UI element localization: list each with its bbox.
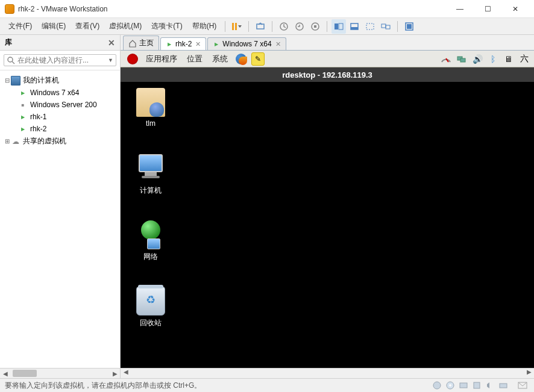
sidebar-title: 库 — [5, 37, 12, 48]
svg-rect-24 — [500, 384, 507, 388]
app-icon — [5, 4, 14, 14]
window-title: rhk-2 - VMware Workstation — [18, 5, 446, 13]
tab-close-icon[interactable]: ✕ — [195, 40, 201, 48]
tab-home[interactable]: 主页 — [123, 36, 159, 50]
menu-help[interactable]: 帮助(H) — [187, 19, 222, 34]
tree-root-label: 我的计算机 — [23, 75, 59, 86]
sidebar-close-button[interactable]: ✕ — [108, 38, 115, 48]
network-tray-icon[interactable] — [456, 53, 468, 65]
svg-rect-23 — [474, 382, 480, 388]
status-msg-icon[interactable] — [517, 381, 528, 390]
search-box[interactable]: ▼ — [4, 54, 116, 66]
tab-close-icon[interactable]: ✕ — [275, 40, 281, 48]
tree-vm-winserver[interactable]: Windows Server 200 — [1, 99, 119, 111]
search-input[interactable] — [17, 56, 108, 64]
svg-rect-6 — [339, 23, 343, 30]
gnome-places[interactable]: 位置 — [182, 52, 207, 66]
tree-shared[interactable]: ⊞☁ 共享的虚拟机 — [1, 135, 119, 148]
tree-vm-win7[interactable]: Windows 7 x64 — [1, 87, 119, 99]
gnome-applications[interactable]: 应用程序 — [141, 52, 182, 66]
tree-my-computer[interactable]: ⊟ 我的计算机 — [1, 74, 119, 87]
rdesktop-titlebar[interactable]: rdesktop - 192.168.119.3 — [121, 67, 534, 82]
status-bar: 要将输入定向到该虚拟机，请在虚拟机内部单击或按 Ctrl+G。 — [0, 378, 534, 392]
svg-rect-8 — [351, 27, 358, 30]
pause-button[interactable] — [230, 19, 244, 34]
svg-rect-18 — [460, 58, 465, 62]
view-multimon-button[interactable] — [379, 19, 393, 34]
send-ctrlaltdel-button[interactable] — [253, 19, 268, 34]
tree-vm-rhk1[interactable]: rhk-1 — [1, 111, 119, 123]
menu-tabs[interactable]: 选项卡(T) — [146, 19, 187, 34]
view-console-button[interactable] — [347, 19, 362, 34]
desktop-icon-network[interactable]: 网络 — [127, 220, 175, 262]
notes-icon[interactable]: ✎ — [251, 52, 265, 66]
snapshot-mgr-button[interactable] — [308, 19, 322, 34]
status-disk-icon[interactable] — [432, 381, 442, 390]
tab-bar: 主页 rhk-2 ✕ Windows 7 x64 ✕ — [121, 35, 534, 51]
minimize-button[interactable]: — — [446, 0, 474, 18]
volume-icon[interactable]: 🔊 — [471, 53, 483, 65]
svg-point-21 — [449, 384, 451, 387]
unity-button[interactable] — [331, 19, 346, 34]
snapshot-button[interactable] — [277, 19, 291, 34]
menu-bar: 文件(F) 编辑(E) 查看(V) 虚拟机(M) 选项卡(T) 帮助(H) — [0, 18, 534, 35]
revert-button[interactable] — [292, 19, 307, 34]
title-bar: rhk-2 - VMware Workstation — ☐ ✕ — [0, 0, 534, 18]
svg-rect-13 — [407, 24, 412, 29]
svg-rect-4 — [314, 25, 316, 28]
computer-icon — [136, 154, 165, 183]
meter-icon[interactable] — [440, 53, 452, 65]
desktop-icon-trash[interactable]: 回收站 — [127, 287, 175, 328]
search-dropdown[interactable]: ▼ — [108, 57, 113, 63]
tree-vm-rhk2[interactable]: rhk-2 — [1, 123, 119, 135]
desktop-icon-computer[interactable]: 计算机 — [127, 154, 175, 196]
status-text: 要将输入定向到该虚拟机，请在虚拟机内部单击或按 Ctrl+G。 — [5, 381, 201, 391]
home-icon — [128, 39, 137, 48]
sidebar-scrollbar[interactable]: ◀▶ — [0, 368, 120, 378]
svg-line-15 — [12, 61, 14, 64]
menu-edit[interactable]: 编辑(E) — [37, 19, 71, 34]
view-stretch-button[interactable] — [363, 19, 377, 34]
search-icon — [7, 56, 15, 64]
tab-rhk2[interactable]: rhk-2 ✕ — [160, 37, 206, 50]
status-usb-icon[interactable] — [471, 381, 482, 390]
svg-rect-11 — [386, 25, 390, 29]
svg-point-19 — [433, 382, 441, 389]
vm-tree: ⊟ 我的计算机 Windows 7 x64 Windows Server 200… — [0, 70, 120, 368]
gnome-system[interactable]: 系统 — [207, 52, 233, 66]
bluetooth-icon[interactable]: ᛒ — [487, 53, 499, 65]
library-sidebar: 库 ✕ ▼ ⊟ 我的计算机 Windows 7 x64 Windows Serv… — [0, 35, 121, 378]
desktop-icon-tlm[interactable]: tlm — [127, 88, 175, 128]
trash-icon — [136, 287, 165, 316]
network-icon — [136, 220, 165, 249]
close-button[interactable]: ✕ — [501, 0, 529, 18]
tab-win7[interactable]: Windows 7 x64 ✕ — [207, 37, 286, 50]
status-sound-icon[interactable] — [485, 381, 495, 390]
guest-display[interactable]: rdesktop - 192.168.119.3 tlm 计算机 网络 回收站 — [121, 67, 534, 368]
svg-rect-9 — [366, 23, 374, 30]
status-printer-icon[interactable] — [498, 381, 509, 390]
svg-point-14 — [8, 57, 13, 62]
firefox-icon[interactable] — [234, 52, 248, 66]
menu-vm[interactable]: 虚拟机(M) — [104, 19, 146, 34]
maximize-button[interactable]: ☐ — [474, 0, 501, 18]
fullscreen-button[interactable] — [402, 19, 416, 34]
workspace-indicator[interactable]: 六 — [518, 53, 530, 65]
svg-rect-10 — [382, 24, 386, 28]
menu-file[interactable]: 文件(F) — [4, 19, 37, 34]
redhat-icon[interactable] — [126, 52, 139, 66]
folder-user-icon — [136, 88, 165, 117]
svg-rect-5 — [335, 23, 338, 30]
status-cd-icon[interactable] — [445, 381, 456, 390]
svg-rect-22 — [460, 383, 467, 388]
svg-rect-0 — [257, 24, 264, 29]
gnome-panel: 应用程序 位置 系统 ✎ 🔊 ᛒ 🖥 六 — [121, 51, 534, 67]
content-scrollbar[interactable]: ◀▶ — [121, 368, 534, 378]
status-net-icon[interactable] — [458, 381, 469, 390]
menu-view[interactable]: 查看(V) — [71, 19, 104, 34]
display-tray-icon[interactable]: 🖥 — [503, 53, 515, 65]
